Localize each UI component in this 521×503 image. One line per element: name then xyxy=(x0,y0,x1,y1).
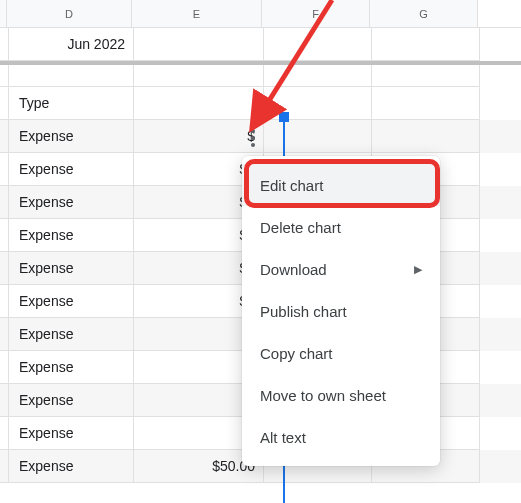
cell[interactable] xyxy=(372,120,480,153)
cell-type[interactable]: Expense xyxy=(9,219,134,252)
cell-stub[interactable] xyxy=(0,417,9,450)
cell[interactable] xyxy=(372,28,480,61)
menu-label: Move to own sheet xyxy=(260,387,386,404)
table-row: Type xyxy=(0,87,521,120)
row-date: Jun 2022 xyxy=(0,28,521,61)
cell-stub[interactable] xyxy=(0,285,9,318)
cell-stub[interactable] xyxy=(0,120,9,153)
cell[interactable] xyxy=(372,65,480,87)
menu-delete-chart[interactable]: Delete chart xyxy=(242,206,440,248)
column-stub xyxy=(0,0,7,27)
cell[interactable] xyxy=(264,65,372,87)
cell[interactable] xyxy=(134,28,264,61)
menu-move-to-sheet[interactable]: Move to own sheet xyxy=(242,374,440,416)
cell-type[interactable]: Expense xyxy=(9,450,134,483)
cell-value[interactable] xyxy=(134,87,264,120)
cell-stub[interactable] xyxy=(0,28,9,61)
menu-publish-chart[interactable]: Publish chart xyxy=(242,290,440,332)
menu-edit-chart[interactable]: Edit chart xyxy=(242,164,440,206)
cell-type[interactable]: Expense xyxy=(9,120,134,153)
cell-stub[interactable] xyxy=(0,153,9,186)
chevron-right-icon: ▶ xyxy=(414,263,422,276)
column-header-d[interactable]: D xyxy=(7,0,132,27)
cell-stub[interactable] xyxy=(0,186,9,219)
menu-label: Delete chart xyxy=(260,219,341,236)
cell-month[interactable]: Jun 2022 xyxy=(9,28,134,61)
menu-label: Download xyxy=(260,261,327,278)
cell-stub[interactable] xyxy=(0,87,9,120)
cell[interactable] xyxy=(134,65,264,87)
kebab-icon xyxy=(251,129,255,147)
cell-stub[interactable] xyxy=(0,65,9,87)
chart-context-menu: Edit chart Delete chart Download ▶ Publi… xyxy=(242,156,440,466)
column-header-g[interactable]: G xyxy=(370,0,478,27)
menu-label: Alt text xyxy=(260,429,306,446)
menu-alt-text[interactable]: Alt text xyxy=(242,416,440,458)
cell-type[interactable]: Expense xyxy=(9,351,134,384)
cell[interactable] xyxy=(372,87,480,120)
chart-resize-handle[interactable] xyxy=(279,112,289,122)
cell[interactable] xyxy=(264,28,372,61)
cell-stub[interactable] xyxy=(0,252,9,285)
cell-stub[interactable] xyxy=(0,384,9,417)
cell-stub[interactable] xyxy=(0,450,9,483)
menu-copy-chart[interactable]: Copy chart xyxy=(242,332,440,374)
menu-label: Publish chart xyxy=(260,303,347,320)
menu-label: Copy chart xyxy=(260,345,333,362)
cell-type[interactable]: Expense xyxy=(9,252,134,285)
chart-options-button[interactable] xyxy=(241,126,265,150)
cell-type[interactable]: Expense xyxy=(9,285,134,318)
column-header-e[interactable]: E xyxy=(132,0,262,27)
menu-download[interactable]: Download ▶ xyxy=(242,248,440,290)
cell-stub[interactable] xyxy=(0,318,9,351)
cell-type[interactable]: Expense xyxy=(9,417,134,450)
cell-type[interactable]: Expense xyxy=(9,153,134,186)
cell-stub[interactable] xyxy=(0,219,9,252)
column-header-row: D E F G xyxy=(0,0,521,28)
cell[interactable] xyxy=(9,65,134,87)
row-partial xyxy=(0,65,521,87)
menu-label: Edit chart xyxy=(260,177,323,194)
column-header-f[interactable]: F xyxy=(262,0,370,27)
cell-stub[interactable] xyxy=(0,351,9,384)
cell-type[interactable]: Type xyxy=(9,87,134,120)
cell-type[interactable]: Expense xyxy=(9,384,134,417)
cell[interactable] xyxy=(264,120,372,153)
cell-type[interactable]: Expense xyxy=(9,186,134,219)
cell-type[interactable]: Expense xyxy=(9,318,134,351)
